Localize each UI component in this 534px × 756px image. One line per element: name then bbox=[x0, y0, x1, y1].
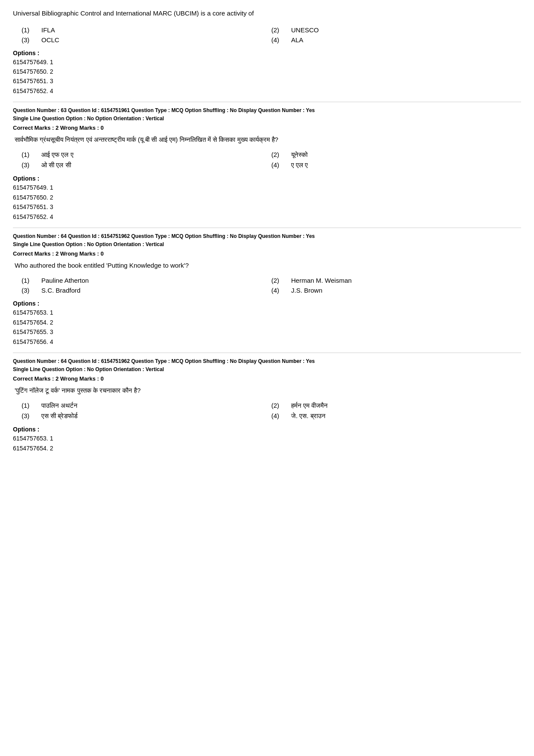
q64-en-meta-line1: Question Number : 64 Question Id : 61547… bbox=[13, 232, 521, 241]
q64-hi-option-4: (4) जे. एस. ब्राउन bbox=[271, 412, 521, 420]
option-1-num: (1) bbox=[22, 26, 34, 34]
q64-hi-correct-marks: Correct Marks : 2 Wrong Marks : 0 bbox=[13, 375, 521, 382]
q63-hi-opt-2: 6154757650. 2 bbox=[13, 193, 521, 202]
q63-meta: Question Number : 63 Question Id : 61547… bbox=[13, 102, 521, 123]
q64-hi-meta-line2: Single Line Question Option : No Option … bbox=[13, 366, 521, 374]
q64-option-4-text: J.S. Brown bbox=[291, 287, 323, 294]
q63-hi-opt-3: 6154757651. 3 bbox=[13, 202, 521, 212]
q64-hi-option-3-num: (3) bbox=[22, 412, 34, 419]
q64-hi-option-2: (2) हर्मन एम वीजमैन bbox=[271, 402, 521, 409]
option-2: (2) UNESCO bbox=[271, 26, 521, 34]
q64-option-1-text: Pauline Atherton bbox=[41, 277, 89, 284]
q64-hi-options-list: Options : 6154757653. 1 6154757654. 2 bbox=[13, 426, 521, 453]
q64-option-3-num: (3) bbox=[22, 287, 34, 294]
q64-en-opt-2: 6154757654. 2 bbox=[13, 318, 521, 327]
q64-option-1-num: (1) bbox=[22, 277, 34, 284]
q64-option-2-text: Herman M. Weisman bbox=[291, 277, 352, 284]
q64-en-correct-marks: Correct Marks : 2 Wrong Marks : 0 bbox=[13, 250, 521, 257]
q64-en-opt-1: 6154757653. 1 bbox=[13, 308, 521, 317]
intro-text: Universal Bibliographic Control and Inte… bbox=[13, 9, 521, 19]
q63-option-2-num: (2) bbox=[271, 151, 284, 158]
option-3: (3) OCLC bbox=[22, 36, 271, 44]
q63-option-2-text: यूनेस्को bbox=[291, 151, 307, 159]
option-2-num: (2) bbox=[271, 26, 284, 34]
q63-option-2: (2) यूनेस्को bbox=[271, 151, 521, 159]
q64-en-opt-3: 6154757655. 3 bbox=[13, 327, 521, 337]
q64-option-2-num: (2) bbox=[271, 277, 284, 284]
q64-option-2: (2) Herman M. Weisman bbox=[271, 277, 521, 284]
q64-option-4: (4) J.S. Brown bbox=[271, 287, 521, 294]
q62-options-label: Options : bbox=[13, 50, 521, 56]
q64-option-3-text: S.C. Bradford bbox=[41, 287, 81, 294]
q64-hi-option-2-num: (2) bbox=[271, 402, 284, 409]
q63-option-3-text: ओ सी एल सी bbox=[41, 161, 71, 169]
q64-hi-option-4-num: (4) bbox=[271, 412, 284, 419]
q63-hi-options-list: Options : 6154757649. 1 6154757650. 2 61… bbox=[13, 175, 521, 222]
q63-hi-options-label: Options : bbox=[13, 175, 521, 182]
q64-hi-option-4-text: जे. एस. ब्राउन bbox=[291, 412, 326, 420]
q63-question-text: सार्वभौमिक ग्रंथसूचीय नियंत्रण एवं अन्तर… bbox=[15, 134, 521, 145]
option-2-text: UNESCO bbox=[291, 26, 319, 34]
q63-option-3: (3) ओ सी एल सी bbox=[22, 161, 271, 169]
q64-hi-meta-line1: Question Number : 64 Question Id : 61547… bbox=[13, 357, 521, 366]
q63-option-4-num: (4) bbox=[271, 161, 284, 169]
q64-en-options: (1) Pauline Atherton (2) Herman M. Weism… bbox=[22, 277, 521, 294]
q64-en-meta: Question Number : 64 Question Id : 61547… bbox=[13, 228, 521, 249]
q64-hi-options-label: Options : bbox=[13, 426, 521, 433]
q64-hi-option-1: (1) पाउलिन अथर्टन bbox=[22, 402, 271, 409]
intro-question: Universal Bibliographic Control and Inte… bbox=[13, 9, 521, 19]
q64-hi-option-3-text: एस सी ब्रेडफोर्ड bbox=[41, 412, 78, 420]
q64-option-4-num: (4) bbox=[271, 287, 284, 294]
q64-hi-opt-1: 6154757653. 1 bbox=[13, 434, 521, 443]
q63-hi-options: (1) आई एफ एल ए (2) यूनेस्को (3) ओ सी एल … bbox=[22, 151, 521, 169]
q63-meta-line1: Question Number : 63 Question Id : 61547… bbox=[13, 106, 521, 115]
option-3-text: OCLC bbox=[41, 36, 59, 44]
q62-opt-4: 6154757652. 4 bbox=[13, 86, 521, 96]
q63-option-4: (4) ए एल ए bbox=[271, 161, 521, 169]
q64-en-opt-4: 6154757656. 4 bbox=[13, 337, 521, 347]
q63-option-4-text: ए एल ए bbox=[291, 161, 308, 169]
q64-hi-meta: Question Number : 64 Question Id : 61547… bbox=[13, 353, 521, 374]
option-4-num: (4) bbox=[271, 36, 284, 44]
q64-hi-option-2-text: हर्मन एम वीजमैन bbox=[291, 402, 328, 409]
q63-meta-line2: Single Line Question Option : No Option … bbox=[13, 115, 521, 123]
q63-option-1: (1) आई एफ एल ए bbox=[22, 151, 271, 159]
option-1: (1) IFLA bbox=[22, 26, 271, 34]
q62-opt-3: 6154757651. 3 bbox=[13, 76, 521, 86]
q64-hi-option-1-text: पाउलिन अथर्टन bbox=[41, 402, 78, 409]
q62-options-list: Options : 6154757649. 1 6154757650. 2 61… bbox=[13, 50, 521, 96]
q63-option-3-num: (3) bbox=[22, 161, 34, 169]
q64-en-options-label: Options : bbox=[13, 300, 521, 307]
q64-hi-option-1-num: (1) bbox=[22, 402, 34, 409]
q63-option-1-text: आई एफ एल ए bbox=[41, 151, 74, 159]
q64-en-options-list: Options : 6154757653. 1 6154757654. 2 61… bbox=[13, 300, 521, 347]
option-3-num: (3) bbox=[22, 36, 34, 44]
q64-en-meta-line2: Single Line Question Option : No Option … bbox=[13, 241, 521, 249]
q64-hi-options: (1) पाउलिन अथर्टन (2) हर्मन एम वीजमैन (3… bbox=[22, 402, 521, 420]
q63-correct-marks: Correct Marks : 2 Wrong Marks : 0 bbox=[13, 125, 521, 131]
option-4: (4) ALA bbox=[271, 36, 521, 44]
q64-hi-option-3: (3) एस सी ब्रेडफोर्ड bbox=[22, 412, 271, 420]
q63-option-1-num: (1) bbox=[22, 151, 34, 158]
q64-option-1: (1) Pauline Atherton bbox=[22, 277, 271, 284]
q63-hi-opt-1: 6154757649. 1 bbox=[13, 183, 521, 192]
option-4-text: ALA bbox=[291, 36, 303, 44]
q64-hi-opt-2: 6154757654. 2 bbox=[13, 444, 521, 453]
q62-opt-2: 6154757650. 2 bbox=[13, 67, 521, 76]
option-1-text: IFLA bbox=[41, 26, 55, 34]
q64-option-3: (3) S.C. Bradford bbox=[22, 287, 271, 294]
q62-opt-1: 6154757649. 1 bbox=[13, 57, 521, 67]
q64-en-question-text: Who authored the book entitled 'Putting … bbox=[15, 260, 521, 271]
q64-hi-question-text: 'पुटिंग नॉलेज टू वर्क' नामक पुस्तक के रच… bbox=[15, 385, 521, 396]
q63-hi-opt-4: 6154757652. 4 bbox=[13, 212, 521, 222]
q62-en-options: (1) IFLA (2) UNESCO (3) OCLC (4) ALA bbox=[22, 26, 521, 44]
